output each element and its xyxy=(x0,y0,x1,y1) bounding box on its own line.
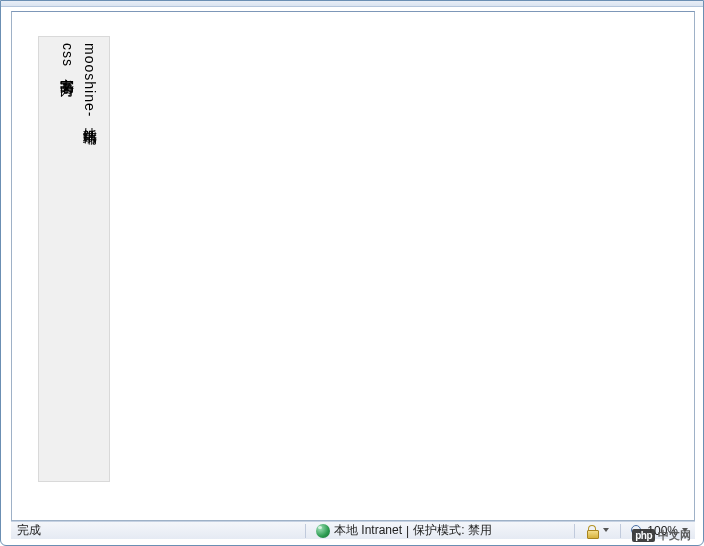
page-viewport: mooshine-妹纸前端 css文字书写方向 xyxy=(11,11,695,521)
status-separator xyxy=(620,524,621,538)
lock-icon xyxy=(585,524,599,538)
status-done-text: 完成 xyxy=(11,522,301,539)
browser-window: mooshine-妹纸前端 css文字书写方向 完成 本地 Intranet |… xyxy=(0,0,704,546)
page-body: mooshine-妹纸前端 css文字书写方向 xyxy=(12,12,694,506)
address-bar-fragment xyxy=(1,1,703,7)
internet-zone-icon xyxy=(316,524,330,538)
status-separator xyxy=(305,524,306,538)
zoom-level: 100% xyxy=(647,524,678,538)
zone-separator: | xyxy=(406,524,409,538)
vertical-text-demo: mooshine-妹纸前端 css文字书写方向 xyxy=(38,36,110,482)
chevron-down-icon xyxy=(682,527,689,534)
security-lock-section[interactable] xyxy=(579,522,616,539)
protected-mode-label: 保护模式: 禁用 xyxy=(413,522,492,539)
zoom-icon xyxy=(631,525,643,537)
status-bar: 完成 本地 Intranet | 保护模式: 禁用 100% xyxy=(11,521,695,539)
chevron-down-icon xyxy=(603,527,610,534)
vertical-text-line-2: css文字书写方向 xyxy=(56,43,78,475)
status-right-group: 100% xyxy=(570,522,695,539)
zoom-section[interactable]: 100% xyxy=(625,522,695,539)
status-separator xyxy=(574,524,575,538)
vertical-text-line-1: mooshine-妹纸前端 xyxy=(79,43,101,475)
security-zone-section[interactable]: 本地 Intranet | 保护模式: 禁用 xyxy=(310,522,498,539)
zone-label: 本地 Intranet xyxy=(334,522,402,539)
